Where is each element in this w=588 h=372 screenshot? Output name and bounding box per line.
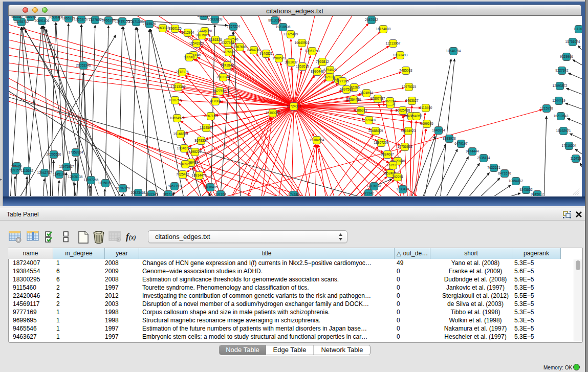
svg-text:16914479: 16914479 (192, 173, 207, 177)
svg-text:8427552: 8427552 (213, 89, 226, 93)
svg-text:9463627: 9463627 (405, 99, 419, 102)
svg-text:16033809: 16033809 (208, 17, 223, 21)
svg-text:10961758: 10961758 (305, 49, 320, 53)
svg-text:989961: 989961 (184, 55, 195, 59)
svg-text:9245012: 9245012 (531, 192, 544, 196)
svg-text:9227342: 9227342 (555, 69, 569, 72)
svg-text:8678334: 8678334 (194, 139, 208, 142)
svg-text:2867608: 2867608 (233, 45, 247, 49)
svg-text:8813054: 8813054 (268, 18, 281, 22)
svg-text:9777169: 9777169 (336, 79, 349, 83)
svg-text:6497568: 6497568 (340, 87, 353, 91)
svg-text:7485063: 7485063 (399, 69, 412, 72)
svg-text:6479197: 6479197 (454, 142, 468, 145)
svg-text:1527602: 1527602 (89, 18, 102, 21)
svg-text:1215958: 1215958 (540, 106, 553, 110)
svg-text:10688609: 10688609 (368, 129, 383, 133)
svg-text:939159: 939159 (10, 168, 21, 172)
svg-text:12505135: 12505135 (68, 175, 83, 179)
svg-text:10975867: 10975867 (59, 165, 74, 168)
svg-text:8267150: 8267150 (204, 114, 217, 118)
svg-text:18807209: 18807209 (374, 141, 389, 144)
svg-text:1615112: 1615112 (387, 163, 400, 167)
svg-text:9699695: 9699695 (420, 122, 433, 125)
svg-text:20691406: 20691406 (35, 19, 50, 23)
svg-text:1092345: 1092345 (145, 192, 158, 196)
svg-text:8960125: 8960125 (168, 27, 182, 30)
svg-text:1362615: 1362615 (296, 64, 309, 68)
svg-text:9242848: 9242848 (221, 63, 234, 67)
svg-text:903355: 903355 (11, 16, 23, 18)
svg-text:9146821: 9146821 (259, 52, 273, 55)
svg-text:10671355: 10671355 (129, 20, 144, 24)
svg-text:10719155: 10719155 (115, 19, 130, 23)
svg-text:5498222: 5498222 (188, 150, 202, 154)
svg-text:9115460: 9115460 (420, 106, 432, 110)
svg-text:1145194: 1145194 (53, 172, 66, 176)
svg-text:417004: 417004 (210, 99, 221, 103)
svg-text:9327508: 9327508 (221, 41, 234, 45)
svg-text:10046766: 10046766 (177, 146, 192, 150)
svg-text:16782759: 16782759 (116, 186, 130, 190)
svg-text:19384554: 19384554 (310, 138, 324, 142)
svg-text:173342: 173342 (363, 191, 374, 195)
svg-text:12213967: 12213967 (386, 41, 401, 45)
svg-text:116753: 116753 (570, 157, 581, 160)
svg-text:2087682: 2087682 (365, 18, 378, 21)
svg-text:18724007: 18724007 (287, 104, 301, 108)
svg-text:14136141: 14136141 (367, 184, 382, 188)
svg-text:20206516: 20206516 (47, 152, 61, 156)
svg-text:1244419: 1244419 (552, 99, 565, 102)
svg-text:16154808: 16154808 (376, 27, 391, 31)
svg-text:935571: 935571 (25, 16, 36, 18)
svg-text:252254: 252254 (392, 175, 403, 179)
svg-text:8454749: 8454749 (247, 48, 260, 52)
svg-text:12942757: 12942757 (37, 171, 52, 174)
svg-text:7632621: 7632621 (487, 166, 500, 169)
svg-text:19166825: 19166825 (173, 132, 188, 136)
svg-text:574381: 574381 (288, 193, 299, 196)
svg-text:15692971: 15692971 (556, 129, 571, 133)
svg-text:19756928: 19756928 (398, 145, 412, 148)
svg-text:10923468: 10923468 (131, 191, 146, 194)
svg-text:17359924: 17359924 (69, 150, 83, 154)
svg-text:8471676: 8471676 (498, 171, 511, 175)
svg-text:15720407: 15720407 (362, 118, 377, 122)
svg-text:8186328: 8186328 (209, 38, 222, 41)
svg-text:12213369: 12213369 (171, 85, 186, 89)
svg-text:10648794: 10648794 (446, 49, 461, 53)
svg-text:9329966: 9329966 (560, 55, 573, 58)
svg-text:7515526: 7515526 (143, 22, 156, 26)
svg-text:10807487: 10807487 (371, 97, 385, 100)
svg-text:197164: 197164 (215, 192, 226, 196)
svg-text:945712: 945712 (163, 192, 174, 196)
svg-text:9474444: 9474444 (466, 149, 479, 153)
svg-text:8912954: 8912954 (181, 31, 194, 34)
svg-text:1733426: 1733426 (396, 187, 409, 191)
svg-text:1065325: 1065325 (62, 16, 75, 20)
svg-text:3824554: 3824554 (360, 91, 373, 95)
svg-text:1010755: 1010755 (168, 98, 182, 102)
svg-text:8990448: 8990448 (311, 70, 324, 73)
svg-text:17957255: 17957255 (84, 178, 99, 182)
svg-text:19716485: 19716485 (203, 185, 218, 189)
svg-text:1353594: 1353594 (200, 126, 213, 129)
svg-text:2803144: 2803144 (216, 75, 230, 79)
svg-text:3822037: 3822037 (285, 60, 298, 64)
svg-text:7663822: 7663822 (156, 26, 169, 30)
svg-text:16543362: 16543362 (189, 41, 204, 45)
svg-text:18300295: 18300295 (266, 111, 280, 115)
svg-text:6794028: 6794028 (323, 68, 337, 72)
svg-text:16210643: 16210643 (554, 114, 569, 118)
svg-text:6466160: 6466160 (102, 18, 115, 22)
svg-text:19218506: 19218506 (276, 25, 291, 29)
svg-text:15751074: 15751074 (565, 40, 580, 43)
svg-text:19654923: 19654923 (401, 129, 416, 133)
svg-text:9827503: 9827503 (195, 33, 209, 37)
svg-text:10654925: 10654925 (170, 116, 185, 120)
svg-text:20364436: 20364436 (346, 98, 361, 101)
svg-text:16640910: 16640910 (295, 41, 310, 45)
svg-text:7386372: 7386372 (354, 108, 367, 112)
svg-text:9457791: 9457791 (168, 184, 181, 188)
svg-text:20053346: 20053346 (76, 63, 91, 67)
